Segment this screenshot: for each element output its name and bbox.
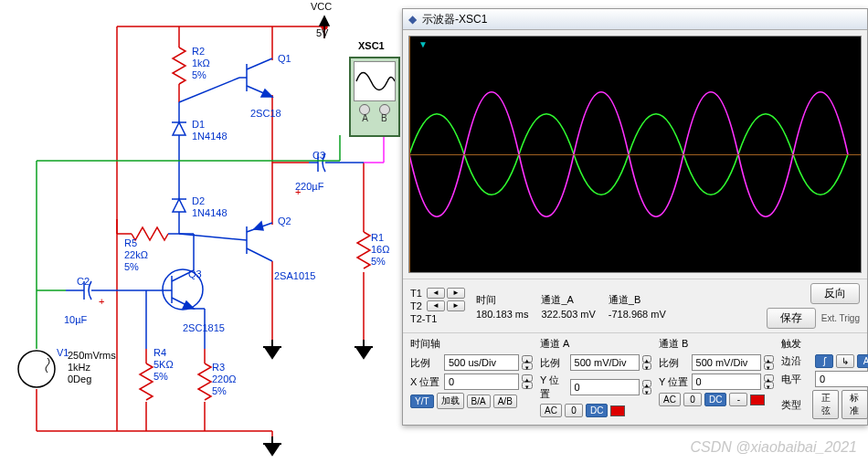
svg-marker-36 — [261, 89, 272, 97]
chb-color-icon — [750, 395, 765, 405]
r1-val: 16Ω — [371, 244, 389, 255]
cha-ac-button[interactable]: AC — [540, 404, 562, 417]
vcc-label: VCC — [311, 1, 332, 12]
cursor-readout: T1 ◄ ► T2 ◄ ► T2-T1 时间 通道_A 通道_B 1 — [403, 279, 867, 332]
cha-scale-down[interactable]: ▾ — [642, 363, 651, 370]
oscilloscope-icon[interactable]: A B — [349, 57, 400, 137]
r3-tol: 5% — [212, 385, 227, 396]
svg-line-42 — [247, 248, 272, 261]
svg-marker-76 — [265, 444, 280, 455]
r2-ref: R2 — [192, 46, 205, 57]
mode-yt-button[interactable]: Y/T — [410, 395, 434, 408]
save-button[interactable]: 保存 — [767, 308, 816, 329]
r5-val: 22kΩ — [124, 249, 148, 260]
cha-dc-button[interactable]: DC — [586, 404, 608, 417]
scope-controls: 时间轴 比例▴▾ X 位置▴▾ Y/T 加载 B/A A/B 通道 A 比例▴▾… — [403, 332, 867, 423]
t1-left-button[interactable]: ◄ — [427, 288, 445, 299]
r2-tol: 5% — [192, 69, 206, 80]
svg-marker-24 — [320, 16, 329, 26]
t1-right-button[interactable]: ► — [447, 288, 465, 299]
r1-tol: 5% — [371, 256, 386, 267]
q1-val: 2SC18 — [250, 108, 281, 119]
cha-zero-button[interactable]: 0 — [565, 404, 583, 417]
chb-minus-button[interactable]: - — [729, 393, 747, 406]
cha-scale-input[interactable] — [570, 354, 640, 371]
edge-rise-button[interactable]: ʃ — [815, 354, 833, 368]
t2-label: T2 — [410, 300, 425, 311]
d1-ref: D1 — [192, 119, 205, 130]
oscilloscope-title: 示波器-XSC1 — [422, 12, 487, 27]
col-time: 时间 — [476, 293, 539, 307]
d1-val: 1N4148 — [192, 131, 228, 142]
t2-right-button[interactable]: ► — [447, 300, 465, 311]
reverse-button[interactable]: 反向 — [810, 283, 860, 304]
trig-sine-button[interactable]: 正弦 — [812, 390, 839, 419]
v1-amp: 250mVrms — [68, 350, 116, 361]
edge-label: 边沿 — [781, 354, 812, 368]
oscilloscope-titlebar[interactable]: ◆ 示波器-XSC1 — [403, 9, 867, 30]
edge-fall-button[interactable]: ↳ — [836, 354, 854, 368]
mode-ab-button[interactable]: A/B — [493, 395, 517, 408]
tb-xpos-up[interactable]: ▴ — [522, 374, 533, 382]
chb-scale-up[interactable]: ▴ — [764, 355, 774, 363]
col-chb: 通道_B — [609, 293, 677, 307]
q3-ref: Q3 — [188, 268, 202, 279]
timebase-scale-input[interactable] — [444, 354, 519, 371]
level-label: 电平 — [781, 373, 812, 386]
cha-ypos-input[interactable] — [570, 379, 640, 395]
t2-time: 180.183 ms — [476, 309, 539, 320]
chb-scale-input[interactable] — [692, 354, 761, 371]
svg-line-43 — [179, 234, 247, 240]
trig-norm-button[interactable]: 标准 — [842, 390, 868, 419]
readout-table: 时间 通道_A 通道_B 180.183 ms 322.503 mV -718.… — [474, 291, 679, 321]
c3-ref: C3 — [312, 150, 325, 161]
watermark: CSDN @xiaobaibai_2021 — [690, 439, 857, 456]
chb-zero-button[interactable]: 0 — [683, 393, 702, 406]
col-cha: 通道_A — [541, 293, 606, 307]
oscilloscope-window: ◆ 示波器-XSC1 ▼ T1 ◄ ► T2 ◄ ► — [402, 8, 868, 426]
tb-scale-up[interactable]: ▴ — [522, 355, 533, 363]
d2-val: 1N4148 — [192, 207, 228, 218]
r5-tol: 5% — [124, 261, 139, 272]
tb-xpos-label: X 位置 — [410, 375, 441, 389]
cha-ypos-up[interactable]: ▴ — [642, 380, 651, 387]
xsc1-label: XSC1 — [358, 40, 385, 51]
chb-ac-button[interactable]: AC — [659, 393, 681, 406]
tb-scale-down[interactable]: ▾ — [522, 363, 533, 370]
trigger-marker-icon: ▼ — [418, 39, 428, 49]
svg-line-37 — [179, 78, 239, 102]
c2-ref: C2 — [77, 276, 90, 287]
chb-scale-down[interactable]: ▾ — [764, 363, 774, 370]
svg-marker-73 — [356, 347, 371, 358]
q2-val: 2SA1015 — [274, 270, 315, 281]
t2-chb: -718.968 mV — [609, 309, 677, 320]
schematic[interactable]: VCC 5V XSC1 R2 1kΩ 5% Q1 2SC18 D1 1N4148… — [0, 0, 400, 463]
cha-color-icon — [610, 405, 625, 416]
trigger-level-input[interactable] — [815, 371, 868, 387]
chb-ypos-input[interactable] — [692, 374, 761, 390]
cha-title: 通道 A — [540, 337, 651, 351]
cha-scale-up[interactable]: ▴ — [642, 355, 651, 363]
app-icon: ◆ — [408, 13, 417, 26]
r3-val: 220Ω — [212, 374, 237, 384]
chb-ypos-up[interactable]: ▴ — [764, 374, 774, 382]
v1-freq: 1kHz — [68, 362, 90, 373]
cha-ypos-down[interactable]: ▾ — [642, 387, 651, 395]
trigger-group: 触发 边沿 ʃ ↳ A B 电平▴▾ 类型 正弦 标准 自动 — [781, 337, 868, 419]
timebase-xpos-input[interactable] — [444, 374, 519, 390]
svg-marker-26 — [173, 122, 185, 135]
t2-left-button[interactable]: ◄ — [427, 300, 445, 311]
c3-val: 220µF — [295, 181, 323, 192]
tb-scale-label: 比例 — [410, 356, 441, 370]
chb-dc-button[interactable]: DC — [704, 393, 726, 406]
c2-plus: + — [99, 296, 104, 307]
svg-marker-41 — [254, 222, 263, 230]
tb-xpos-down[interactable]: ▾ — [522, 382, 533, 389]
mode-add-button[interactable]: 加载 — [437, 393, 464, 409]
edge-a-button[interactable]: A — [857, 354, 868, 368]
r4-tol: 5% — [153, 371, 168, 382]
oscilloscope-screen[interactable]: ▼ — [408, 36, 862, 273]
chb-ypos-down[interactable]: ▾ — [764, 382, 774, 389]
mode-ba-button[interactable]: B/A — [467, 395, 491, 408]
q2-ref: Q2 — [278, 216, 291, 226]
